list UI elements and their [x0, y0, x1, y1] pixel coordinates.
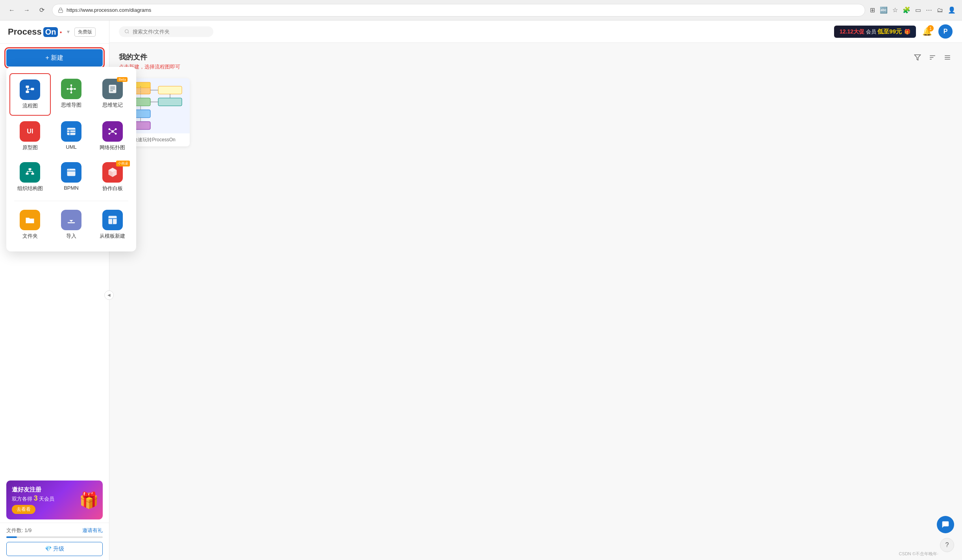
beta-badge: Beta: [117, 77, 128, 82]
sidebar-collapse-button[interactable]: ◀: [104, 290, 114, 300]
logo-on: On: [43, 27, 58, 37]
logo: ProcessOn●: [8, 27, 62, 37]
dropdown-arrow-icon[interactable]: ▼: [66, 29, 70, 35]
promo-gift-icon: 🎁: [904, 29, 910, 35]
main-body: 我的文件 点击新建，选择流程图即可: [109, 43, 962, 560]
file-count-label: 文件数: 1/9: [6, 527, 31, 534]
more-options-button[interactable]: [942, 52, 953, 65]
url-text: https://www.processon.com/diagrams: [67, 7, 151, 13]
svg-rect-34: [31, 173, 34, 175]
sidebar-icon[interactable]: ▭: [915, 6, 921, 14]
dropdown-item-mindnote[interactable]: Beta 思维笔记: [92, 73, 133, 116]
promo-header-text: 12.12大促 会员 低至99元: [840, 28, 902, 35]
extensions-icon[interactable]: 🧩: [903, 6, 910, 14]
network-icon: [102, 121, 123, 142]
uml-icon: [61, 121, 81, 142]
promo-btn[interactable]: 去看看: [12, 505, 35, 514]
svg-point-6: [70, 88, 72, 91]
address-bar[interactable]: https://www.processon.com/diagrams: [52, 4, 865, 17]
filter-button[interactable]: [912, 52, 923, 65]
logo-dot: ●: [59, 30, 62, 34]
svg-rect-32: [29, 168, 31, 170]
search-box[interactable]: [119, 26, 213, 37]
dropdown-item-mindmap[interactable]: 思维导图: [51, 73, 92, 116]
flowchart-icon: [20, 79, 40, 100]
watermark: CSDN ©不念年晚年·: [899, 551, 938, 557]
svg-marker-49: [915, 55, 921, 60]
main-toolbar: 12.12大促 会员 低至99元 🎁 🔔 1 P: [109, 20, 962, 43]
browser-chrome: ← → ⟳ https://www.processon.com/diagrams…: [0, 0, 962, 20]
bpmn-label: BPMN: [64, 185, 79, 191]
svg-point-11: [70, 84, 72, 86]
folder-label: 文件夹: [22, 233, 38, 240]
svg-rect-64: [158, 98, 182, 106]
uml-label: UML: [66, 144, 76, 150]
forward-button[interactable]: →: [21, 5, 32, 16]
browser-actions: ⊞ 🔤 ☆ 🧩 ▭ ⋯ 🗂 👤: [870, 6, 956, 14]
org-label: 组织结构图: [17, 185, 43, 192]
back-button[interactable]: ←: [6, 5, 17, 16]
sidebar: ProcessOn● ▼ 免费版 + 新建: [0, 20, 109, 560]
profile-icon[interactable]: 👤: [948, 6, 956, 14]
promo-days: 3: [34, 494, 38, 502]
svg-point-12: [70, 92, 72, 94]
dropdown-item-import[interactable]: 导入: [51, 204, 92, 245]
network-label: 网络拓扑图: [100, 144, 125, 151]
free-badge-button[interactable]: 免费版: [74, 28, 96, 37]
favorites-icon[interactable]: ⋯: [926, 6, 932, 14]
sidebar-header: ProcessOn● ▼ 免费版: [0, 20, 109, 44]
invite-link[interactable]: 邀请有礼: [82, 527, 103, 534]
dropdown-item-network[interactable]: 网络拓扑图: [92, 116, 133, 157]
new-button[interactable]: + 新建: [6, 49, 103, 67]
mindnote-label: 思维笔记: [102, 102, 123, 109]
bookmark-icon[interactable]: ☆: [892, 6, 898, 14]
search-input[interactable]: [133, 29, 208, 35]
dropdown-item-org[interactable]: 组织结构图: [9, 157, 51, 198]
user-avatar[interactable]: P: [938, 24, 953, 39]
mindmap-label: 思维导图: [61, 102, 81, 109]
promo-banner[interactable]: 邀好友注册 双方各得 3 天会员 去看看 🎁: [6, 481, 103, 519]
svg-rect-43: [68, 222, 75, 223]
sort-icon: [929, 54, 936, 61]
xiahuazhuo-badge: 小画桌: [116, 161, 130, 166]
org-icon: [20, 162, 40, 183]
svg-rect-33: [26, 173, 29, 175]
split-view-icon[interactable]: ⊞: [870, 6, 875, 14]
svg-rect-63: [158, 86, 182, 94]
dropdown-item-prototype[interactable]: UI 原型图: [9, 116, 51, 157]
dropdown-item-bpmn[interactable]: ≡ BPMN: [51, 157, 92, 198]
flowchart-label: 流程图: [22, 102, 38, 109]
dropdown-item-template[interactable]: 从模板新建: [92, 204, 133, 245]
svg-line-29: [113, 129, 116, 131]
dropdown-menu: 流程图: [6, 67, 136, 251]
translate-icon[interactable]: 🔤: [880, 6, 888, 14]
section-actions: [912, 52, 953, 65]
collections-icon[interactable]: 🗂: [937, 7, 943, 14]
dropdown-item-uml[interactable]: UML: [51, 116, 92, 157]
sidebar-footer: 文件数: 1/9 邀请有礼 💎 升级: [0, 523, 109, 560]
svg-point-47: [125, 30, 128, 33]
dropdown-item-flowchart[interactable]: 流程图: [9, 73, 51, 116]
chat-icon: [941, 520, 950, 529]
svg-rect-3: [31, 88, 34, 90]
notification-button[interactable]: 🔔 1: [922, 27, 932, 36]
section-header: 我的文件 点击新建，选择流程图即可: [119, 52, 953, 70]
dropdown-item-folder[interactable]: 文件夹: [9, 204, 51, 245]
progress-fill: [6, 536, 17, 538]
search-icon: [124, 29, 130, 34]
chat-button[interactable]: [937, 516, 954, 533]
progress-bar: [6, 536, 103, 538]
file-count: 文件数: 1/9 邀请有礼: [6, 527, 103, 534]
upgrade-button[interactable]: 💎 升级: [6, 542, 103, 556]
svg-point-13: [67, 88, 68, 90]
prototype-icon: UI: [20, 121, 40, 142]
promo-prefix: 双方各得: [12, 496, 32, 502]
sort-button[interactable]: [927, 52, 938, 65]
notification-badge: 1: [927, 25, 934, 31]
help-button[interactable]: ?: [940, 538, 954, 552]
promo-header-banner[interactable]: 12.12大促 会员 低至99元 🎁: [834, 26, 916, 38]
refresh-button[interactable]: ⟳: [36, 5, 47, 16]
folder-icon: [20, 210, 40, 230]
template-icon: [102, 210, 123, 230]
dropdown-item-whiteboard[interactable]: 小画桌 协作白板: [92, 157, 133, 198]
